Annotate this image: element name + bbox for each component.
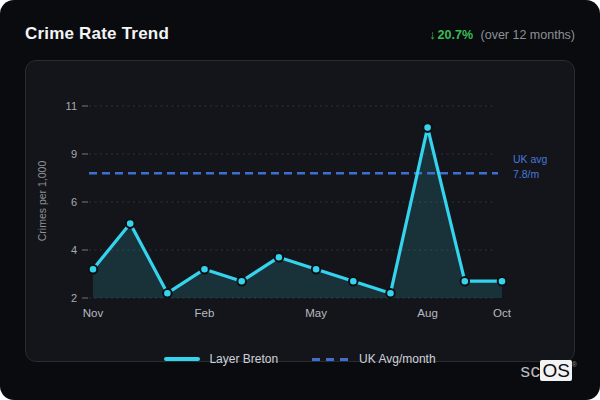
svg-text:May: May bbox=[305, 307, 327, 319]
svg-text:7.8/m: 7.8/m bbox=[513, 168, 540, 180]
svg-text:6: 6 bbox=[71, 196, 77, 208]
series-area bbox=[93, 128, 502, 298]
trend-percentage: 20.7% bbox=[438, 28, 473, 42]
reference-dash-swatch-icon bbox=[312, 358, 350, 361]
registered-mark: ® bbox=[572, 361, 577, 368]
y-axis-ticks: 246911 bbox=[66, 100, 88, 304]
scos-logo: scOS® bbox=[520, 360, 577, 382]
svg-text:Aug: Aug bbox=[417, 307, 437, 319]
svg-text:9: 9 bbox=[71, 148, 77, 160]
svg-text:11: 11 bbox=[66, 100, 77, 112]
logo-suffix: OS bbox=[540, 360, 571, 381]
logo-prefix: sc bbox=[520, 360, 540, 381]
svg-text:Oct: Oct bbox=[493, 307, 512, 319]
trend-stat: ↓20.7% (over 12 months) bbox=[429, 28, 575, 42]
legend-item-reference[interactable]: UK Avg/month bbox=[312, 352, 436, 366]
trend-caption: (over 12 months) bbox=[481, 28, 575, 42]
crime-trend-chart: 246911 UK avg7.8/m NovFebMayAugOct Crime… bbox=[26, 61, 574, 361]
page-title: Crime Rate Trend bbox=[25, 24, 169, 44]
legend-reference-label: UK Avg/month bbox=[359, 352, 436, 366]
svg-text:Feb: Feb bbox=[195, 307, 215, 319]
x-axis-labels: NovFebMayAugOct bbox=[83, 307, 512, 319]
svg-text:2: 2 bbox=[71, 292, 77, 304]
chart-card: 246911 UK avg7.8/m NovFebMayAugOct Crime… bbox=[25, 60, 575, 362]
svg-text:4: 4 bbox=[71, 244, 77, 256]
legend-item-series[interactable]: Layer Breton bbox=[164, 352, 278, 366]
svg-text:UK avg: UK avg bbox=[513, 153, 548, 165]
series-line-swatch-icon bbox=[164, 357, 200, 361]
crime-dashboard: Crime Rate Trend ↓20.7% (over 12 months)… bbox=[0, 0, 600, 400]
chart-legend: Layer Breton UK Avg/month bbox=[0, 352, 600, 366]
arrow-down-icon: ↓ bbox=[429, 28, 435, 42]
y-axis-title: Crimes per 1,000 bbox=[36, 161, 48, 242]
header: Crime Rate Trend ↓20.7% (over 12 months) bbox=[25, 24, 575, 44]
legend-series-label: Layer Breton bbox=[209, 352, 278, 366]
uk-avg-label: UK avg7.8/m bbox=[513, 153, 548, 180]
svg-text:Nov: Nov bbox=[83, 307, 104, 319]
